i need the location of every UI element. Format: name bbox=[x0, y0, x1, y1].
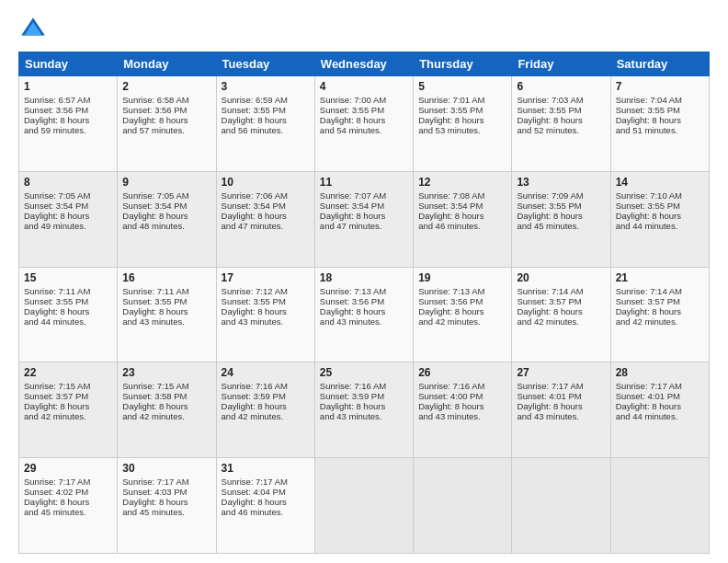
day-info-line: Daylight: 8 hours bbox=[320, 211, 408, 221]
day-number: 14 bbox=[616, 176, 704, 189]
day-number: 2 bbox=[122, 80, 210, 93]
calendar-cell: 18Sunrise: 7:13 AMSunset: 3:56 PMDayligh… bbox=[314, 267, 413, 362]
day-number: 28 bbox=[616, 366, 704, 379]
day-info-line: and 42 minutes. bbox=[24, 411, 112, 421]
day-info-line: Daylight: 8 hours bbox=[320, 401, 408, 411]
day-info-line: Daylight: 8 hours bbox=[222, 211, 310, 221]
day-number: 26 bbox=[418, 366, 506, 379]
day-info-line: Sunset: 3:54 PM bbox=[320, 201, 408, 211]
calendar-cell bbox=[414, 458, 512, 554]
calendar-cell: 17Sunrise: 7:12 AMSunset: 3:55 PMDayligh… bbox=[216, 267, 314, 362]
day-info-line: Sunrise: 7:06 AM bbox=[222, 190, 310, 201]
day-info-line: Sunrise: 7:10 AM bbox=[616, 190, 704, 201]
calendar-cell: 28Sunrise: 7:17 AMSunset: 4:01 PMDayligh… bbox=[610, 362, 709, 458]
weekday-row: SundayMondayTuesdayWednesdayThursdayFrid… bbox=[19, 52, 710, 76]
week-row-4: 22Sunrise: 7:15 AMSunset: 3:57 PMDayligh… bbox=[19, 362, 710, 458]
day-number: 1 bbox=[24, 80, 112, 93]
calendar-cell: 11Sunrise: 7:07 AMSunset: 3:54 PMDayligh… bbox=[314, 171, 413, 267]
day-info-line: and 44 minutes. bbox=[616, 411, 704, 421]
day-info-line: Daylight: 8 hours bbox=[517, 211, 605, 221]
day-info-line: Sunrise: 7:17 AM bbox=[122, 477, 210, 487]
day-number: 25 bbox=[320, 366, 408, 379]
day-info-line: Sunrise: 6:58 AM bbox=[122, 95, 210, 105]
day-info-line: Sunrise: 7:00 AM bbox=[320, 95, 408, 105]
day-info-line: Daylight: 8 hours bbox=[222, 115, 310, 125]
day-info-line: Sunset: 4:04 PM bbox=[222, 487, 310, 497]
day-info-line: Sunrise: 7:17 AM bbox=[24, 477, 112, 487]
day-info-line: Sunrise: 7:05 AM bbox=[122, 190, 210, 201]
logo-icon bbox=[18, 15, 48, 44]
day-info-line: Daylight: 8 hours bbox=[616, 401, 704, 411]
day-number: 7 bbox=[616, 80, 704, 93]
calendar-cell: 6Sunrise: 7:03 AMSunset: 3:55 PMDaylight… bbox=[512, 76, 610, 172]
day-info-line: Sunrise: 7:12 AM bbox=[222, 286, 310, 296]
weekday-header-wednesday: Wednesday bbox=[314, 52, 413, 76]
day-info-line: Sunset: 3:55 PM bbox=[517, 105, 605, 115]
day-info-line: and 47 minutes. bbox=[320, 221, 408, 231]
calendar-cell bbox=[314, 458, 413, 554]
day-info-line: Sunset: 3:55 PM bbox=[24, 296, 112, 306]
day-number: 11 bbox=[320, 176, 408, 189]
day-info-line: and 42 minutes. bbox=[418, 316, 506, 327]
day-number: 31 bbox=[222, 462, 310, 475]
day-info-line: Daylight: 8 hours bbox=[24, 306, 112, 316]
day-info-line: Sunrise: 7:01 AM bbox=[418, 95, 506, 105]
day-info-line: Daylight: 8 hours bbox=[122, 497, 210, 507]
calendar-cell: 21Sunrise: 7:14 AMSunset: 3:57 PMDayligh… bbox=[610, 267, 709, 362]
calendar-cell: 3Sunrise: 6:59 AMSunset: 3:55 PMDaylight… bbox=[216, 76, 314, 172]
calendar-cell: 22Sunrise: 7:15 AMSunset: 3:57 PMDayligh… bbox=[19, 362, 118, 458]
day-info-line: Sunset: 3:54 PM bbox=[418, 201, 506, 211]
day-info-line: Daylight: 8 hours bbox=[122, 115, 210, 125]
day-info-line: Sunrise: 7:17 AM bbox=[222, 477, 310, 487]
day-number: 30 bbox=[122, 462, 210, 475]
day-info-line: and 42 minutes. bbox=[616, 316, 704, 327]
day-info-line: Daylight: 8 hours bbox=[122, 401, 210, 411]
day-number: 20 bbox=[517, 271, 605, 284]
calendar-cell: 23Sunrise: 7:15 AMSunset: 3:58 PMDayligh… bbox=[118, 362, 216, 458]
day-info-line: Daylight: 8 hours bbox=[24, 115, 112, 125]
day-info-line: Daylight: 8 hours bbox=[122, 211, 210, 221]
day-info-line: Sunset: 3:57 PM bbox=[616, 296, 704, 306]
day-info-line: Daylight: 8 hours bbox=[24, 211, 112, 221]
day-info-line: Sunrise: 6:57 AM bbox=[24, 95, 112, 105]
day-info-line: Sunrise: 7:14 AM bbox=[616, 286, 704, 296]
day-info-line: Daylight: 8 hours bbox=[418, 306, 506, 316]
day-info-line: Sunset: 3:54 PM bbox=[122, 201, 210, 211]
day-info-line: and 47 minutes. bbox=[222, 221, 310, 231]
calendar-cell: 9Sunrise: 7:05 AMSunset: 3:54 PMDaylight… bbox=[118, 171, 216, 267]
logo bbox=[18, 15, 51, 44]
day-number: 17 bbox=[222, 271, 310, 284]
day-number: 27 bbox=[517, 366, 605, 379]
calendar-cell: 15Sunrise: 7:11 AMSunset: 3:55 PMDayligh… bbox=[19, 267, 118, 362]
day-number: 16 bbox=[122, 271, 210, 284]
day-info-line: Daylight: 8 hours bbox=[320, 306, 408, 316]
day-info-line: Sunset: 3:56 PM bbox=[320, 296, 408, 306]
calendar-cell: 19Sunrise: 7:13 AMSunset: 3:56 PMDayligh… bbox=[414, 267, 512, 362]
day-info-line: Sunrise: 7:14 AM bbox=[517, 286, 605, 296]
week-row-3: 15Sunrise: 7:11 AMSunset: 3:55 PMDayligh… bbox=[19, 267, 710, 362]
calendar-cell: 16Sunrise: 7:11 AMSunset: 3:55 PMDayligh… bbox=[118, 267, 216, 362]
weekday-header-thursday: Thursday bbox=[414, 52, 512, 76]
weekday-header-sunday: Sunday bbox=[19, 52, 118, 76]
calendar-table: SundayMondayTuesdayWednesdayThursdayFrid… bbox=[18, 52, 710, 554]
day-info-line: and 46 minutes. bbox=[222, 507, 310, 517]
day-info-line: Sunrise: 7:15 AM bbox=[122, 381, 210, 391]
day-info-line: and 59 minutes. bbox=[24, 125, 112, 135]
day-info-line: Daylight: 8 hours bbox=[418, 115, 506, 125]
day-info-line: Sunset: 3:57 PM bbox=[24, 391, 112, 401]
day-info-line: Sunrise: 7:04 AM bbox=[616, 95, 704, 105]
calendar-cell: 8Sunrise: 7:05 AMSunset: 3:54 PMDaylight… bbox=[19, 171, 118, 267]
day-number: 5 bbox=[418, 80, 506, 93]
day-info-line: and 45 minutes. bbox=[517, 221, 605, 231]
day-info-line: Sunrise: 6:59 AM bbox=[222, 95, 310, 105]
day-info-line: and 42 minutes. bbox=[122, 411, 210, 421]
day-info-line: and 42 minutes. bbox=[517, 316, 605, 327]
calendar-cell bbox=[512, 458, 610, 554]
week-row-5: 29Sunrise: 7:17 AMSunset: 4:02 PMDayligh… bbox=[19, 458, 710, 554]
calendar-cell: 1Sunrise: 6:57 AMSunset: 3:56 PMDaylight… bbox=[19, 76, 118, 172]
day-info-line: Sunrise: 7:17 AM bbox=[616, 381, 704, 391]
day-info-line: Sunrise: 7:17 AM bbox=[517, 381, 605, 391]
calendar-cell: 12Sunrise: 7:08 AMSunset: 3:54 PMDayligh… bbox=[414, 171, 512, 267]
day-info-line: Daylight: 8 hours bbox=[616, 211, 704, 221]
calendar-cell: 27Sunrise: 7:17 AMSunset: 4:01 PMDayligh… bbox=[512, 362, 610, 458]
